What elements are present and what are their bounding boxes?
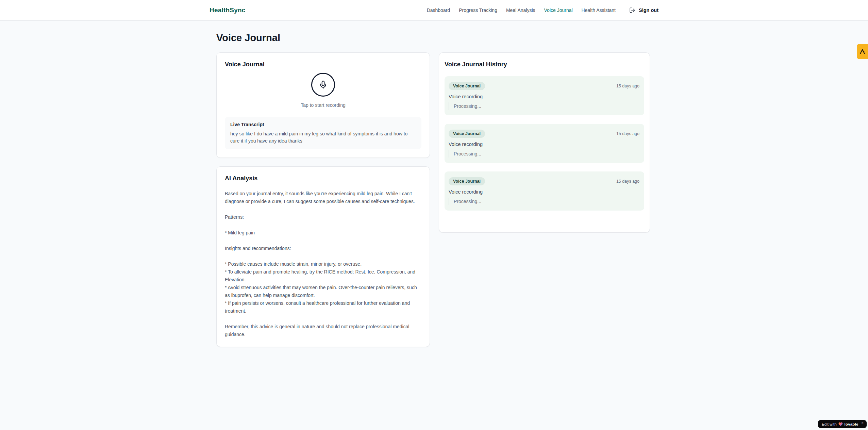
entry-title: Voice recording — [449, 189, 639, 195]
entry-timestamp: 15 days ago — [616, 84, 639, 88]
entry-type-badge: Voice Journal — [449, 130, 485, 138]
entry-status: Processing... — [449, 102, 639, 110]
nav-item-progress-tracking[interactable]: Progress Tracking — [459, 7, 497, 13]
history-entry[interactable]: Voice Journal 15 days ago Voice recordin… — [445, 124, 644, 163]
app-header: HealthSync Dashboard Progress Tracking M… — [0, 0, 868, 21]
lovable-label: lovable — [845, 422, 858, 426]
lovable-badge-icon — [859, 48, 866, 55]
lovable-side-badge[interactable] — [857, 44, 868, 59]
main-nav: Dashboard Progress Tracking Meal Analysi… — [427, 7, 658, 13]
edit-with-lovable-button[interactable]: Edit with lovable × — [818, 420, 867, 428]
edit-with-label: Edit with — [822, 422, 836, 426]
entry-type-badge: Voice Journal — [449, 82, 485, 90]
entry-status: Processing... — [449, 150, 639, 158]
nav-item-voice-journal[interactable]: Voice Journal — [544, 7, 573, 13]
live-transcript-box: Live Transcript hey so like I do have a … — [225, 117, 421, 149]
ai-analysis-body: Based on your journal entry, it sounds l… — [225, 190, 421, 338]
close-icon[interactable]: × — [862, 420, 864, 425]
app-logo: HealthSync — [210, 6, 245, 14]
record-button[interactable] — [311, 73, 335, 97]
recorder-card-title: Voice Journal — [225, 61, 421, 68]
entry-status: Processing... — [449, 198, 639, 205]
ai-analysis-card: AI Analysis Based on your journal entry,… — [216, 166, 430, 347]
ai-analysis-title: AI Analysis — [225, 175, 421, 182]
microphone-icon — [319, 80, 328, 89]
entry-type-badge: Voice Journal — [449, 177, 485, 185]
voice-journal-history-card: Voice Journal History Voice Journal 15 d… — [439, 52, 650, 233]
history-card-title: Voice Journal History — [445, 61, 644, 68]
sign-out-button[interactable]: Sign out — [629, 7, 658, 13]
entry-timestamp: 15 days ago — [616, 131, 639, 136]
history-list: Voice Journal 15 days ago Voice recordin… — [445, 76, 644, 211]
lovable-heart-icon — [838, 422, 843, 426]
record-caption: Tap to start recording — [301, 102, 346, 108]
sign-out-label: Sign out — [639, 7, 658, 13]
live-transcript-text: hey so like I do have a mild pain in my … — [230, 130, 416, 144]
voice-recorder-card: Voice Journal Tap to start recording Liv… — [216, 52, 430, 158]
nav-item-health-assistant[interactable]: Health Assistant — [582, 7, 616, 13]
entry-timestamp: 15 days ago — [616, 179, 639, 184]
nav-item-dashboard[interactable]: Dashboard — [427, 7, 450, 13]
nav-item-meal-analysis[interactable]: Meal Analysis — [506, 7, 535, 13]
entry-title: Voice recording — [449, 142, 639, 147]
history-entry[interactable]: Voice Journal 15 days ago Voice recordin… — [445, 171, 644, 211]
page-title: Voice Journal — [216, 32, 652, 44]
entry-title: Voice recording — [449, 94, 639, 99]
history-entry[interactable]: Voice Journal 15 days ago Voice recordin… — [445, 76, 644, 115]
log-out-icon — [629, 7, 635, 13]
main-content: Voice Journal Voice Journal Tap to start… — [216, 21, 652, 347]
live-transcript-title: Live Transcript — [230, 122, 416, 127]
